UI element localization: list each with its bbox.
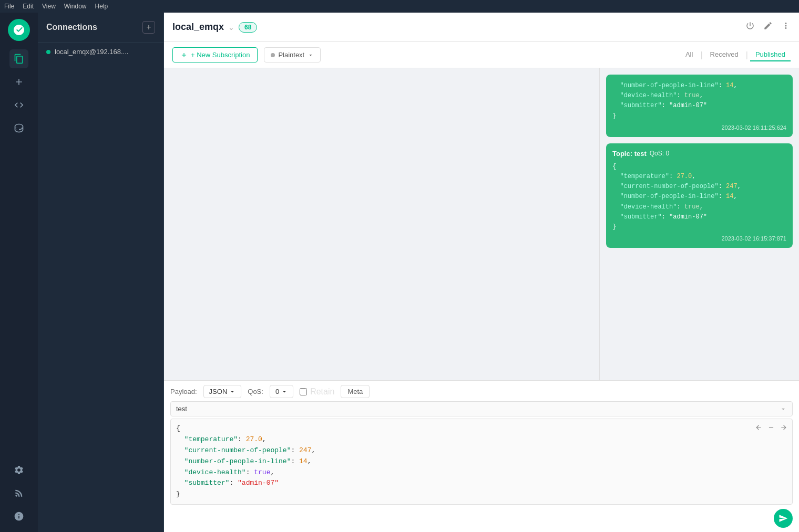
add-icon xyxy=(14,77,24,87)
messages-area: "number-of-people-in-line": 14, "device-… xyxy=(164,68,799,380)
message-bubble-2: Topic: test QoS: 0 { "temperature": 27.0… xyxy=(606,143,793,248)
logo-svg xyxy=(13,24,25,36)
message-timestamp-2: 2023-03-02 16:15:37:871 xyxy=(612,235,786,242)
sidebar-icon-settings[interactable] xyxy=(9,461,28,479)
plaintext-status-dot xyxy=(271,53,275,57)
message-list-area[interactable] xyxy=(164,68,599,380)
sidebar-icon-feed[interactable] xyxy=(9,484,28,503)
payload-label: Payload: xyxy=(170,388,197,395)
settings-icon xyxy=(14,465,24,475)
top-bar-left: local_emqx ⌄ 68 xyxy=(172,22,257,33)
connections-panel: Connections + local_emqx@192.168.... xyxy=(38,13,164,532)
menu-view[interactable]: View xyxy=(42,3,56,10)
tab-published[interactable]: Published xyxy=(750,48,791,61)
json-dropdown-icon xyxy=(229,389,235,395)
compose-body-wrapper: { "temperature": 27.0, "current-number-o… xyxy=(170,419,793,505)
filter-tabs: All | Received | Published xyxy=(680,48,791,61)
message-topic-2: Topic: test xyxy=(612,150,647,158)
retain-input[interactable] xyxy=(300,388,307,395)
connection-status-dot xyxy=(46,50,50,54)
sidebar-icon-database[interactable] xyxy=(9,119,28,138)
power-button[interactable] xyxy=(745,21,755,33)
edit-icon xyxy=(763,21,773,30)
code-icon xyxy=(14,100,24,110)
connection-item[interactable]: local_emqx@192.168.... xyxy=(38,43,163,61)
connections-title: Connections xyxy=(46,23,97,32)
sidebar-icon-copy[interactable] xyxy=(9,49,28,68)
subscription-bar: + New Subscription Plaintext All | Recei… xyxy=(164,42,799,68)
power-icon xyxy=(745,21,755,30)
new-sub-label: + New Subscription xyxy=(191,51,250,59)
topic-chevron-icon xyxy=(780,405,787,413)
more-icon xyxy=(781,21,791,30)
message-qos-2: QoS: 0 xyxy=(650,150,669,157)
message-bubbles-area: "number-of-people-in-line": 14, "device-… xyxy=(599,68,799,380)
top-bar: local_emqx ⌄ 68 xyxy=(164,13,799,42)
json-format-selector[interactable]: JSON xyxy=(203,385,242,398)
minus-icon xyxy=(767,424,775,431)
send-icon xyxy=(778,514,788,523)
topic-value[interactable]: test xyxy=(176,405,187,413)
tab-all[interactable]: All xyxy=(680,48,698,61)
chevron-down-icon xyxy=(308,52,314,58)
plaintext-selector[interactable]: Plaintext xyxy=(264,47,321,62)
new-subscription-button[interactable]: + New Subscription xyxy=(172,47,258,62)
plaintext-label: Plaintext xyxy=(278,51,304,59)
menu-edit[interactable]: Edit xyxy=(23,3,34,10)
compose-toolbar: Payload: JSON QoS: 0 Retain Meta xyxy=(170,385,793,398)
qos-label: QoS: xyxy=(248,388,263,395)
message-header-2: Topic: test QoS: 0 xyxy=(612,150,786,158)
menu-help[interactable]: Help xyxy=(95,3,108,10)
forward-button[interactable] xyxy=(779,423,788,434)
retain-checkbox[interactable]: Retain xyxy=(300,387,334,397)
compose-body-actions xyxy=(754,423,788,434)
retain-label: Retain xyxy=(310,387,334,397)
qos-value: 0 xyxy=(275,388,279,395)
back-button[interactable] xyxy=(754,423,763,434)
tab-received[interactable]: Received xyxy=(705,48,744,61)
more-button[interactable] xyxy=(781,21,791,33)
connection-title: local_emqx xyxy=(172,22,224,33)
message-timestamp-1: 2023-03-02 16:11:25:624 xyxy=(612,124,786,131)
copy-icon xyxy=(14,54,24,64)
sidebar-icon-code[interactable] xyxy=(9,96,28,114)
message-bubble-1: "number-of-people-in-line": 14, "device-… xyxy=(606,75,793,137)
connection-name: local_emqx@192.168.... xyxy=(55,48,128,56)
qos-dropdown-icon xyxy=(281,389,288,395)
sidebar-icon-info[interactable] xyxy=(9,507,28,526)
menu-window[interactable]: Window xyxy=(64,3,87,10)
json-label: JSON xyxy=(209,388,228,395)
dropdown-arrow-icon[interactable]: ⌄ xyxy=(228,23,234,32)
top-bar-right xyxy=(745,21,791,33)
back-icon xyxy=(755,424,762,431)
qos-selector[interactable]: 0 xyxy=(270,385,293,398)
plus-icon xyxy=(180,51,188,59)
connections-header: Connections + xyxy=(38,13,163,43)
add-connection-button[interactable]: + xyxy=(142,21,155,34)
compose-area: Payload: JSON QoS: 0 Retain Meta xyxy=(164,380,799,532)
menu-bar: File Edit View Window Help xyxy=(0,0,799,13)
edit-button[interactable] xyxy=(763,21,773,33)
meta-button[interactable]: Meta xyxy=(341,385,370,398)
minus-button[interactable] xyxy=(766,423,776,434)
info-icon xyxy=(14,511,24,521)
logo-icon[interactable] xyxy=(8,19,30,41)
compose-send-row xyxy=(170,509,793,528)
message-body-1: "number-of-people-in-line": 14, "device-… xyxy=(612,81,786,121)
sidebar-icon-add[interactable] xyxy=(9,72,28,91)
database-icon xyxy=(14,123,24,133)
compose-body[interactable]: { "temperature": 27.0, "current-number-o… xyxy=(170,419,793,505)
topic-row: test xyxy=(170,401,793,416)
forward-icon xyxy=(780,424,787,431)
icon-sidebar xyxy=(0,13,38,532)
menu-file[interactable]: File xyxy=(4,3,14,10)
message-count-badge: 68 xyxy=(239,22,257,33)
feed-icon xyxy=(14,488,24,498)
message-body-2: { "temperature": 27.0, "current-number-o… xyxy=(612,162,786,232)
send-button[interactable] xyxy=(774,509,793,528)
